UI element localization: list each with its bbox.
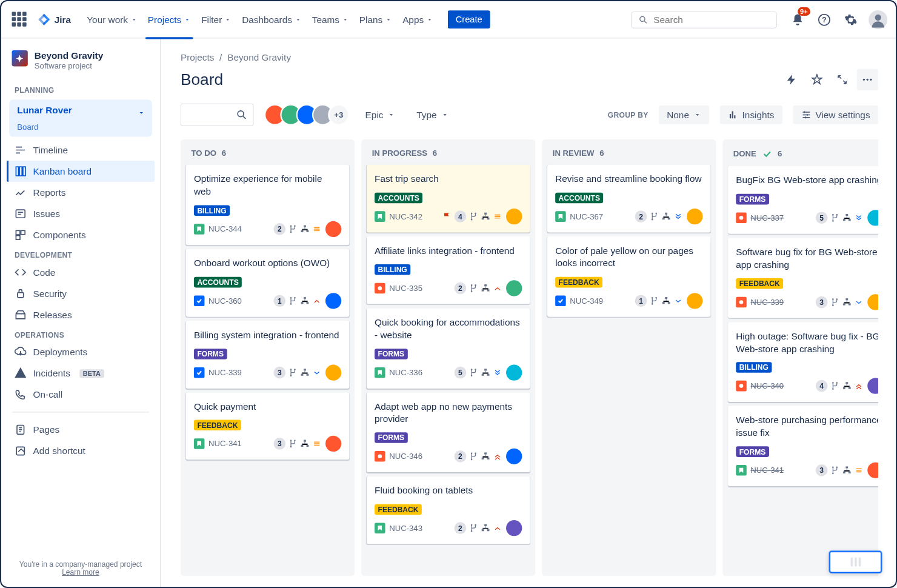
svg-rect-102 <box>849 303 851 305</box>
card[interactable]: Optimize experience for mobile webBILLIN… <box>186 165 350 245</box>
sidebar-item-pages[interactable]: Pages <box>7 419 155 440</box>
sidebar-item-kanban-board[interactable]: Kanban board <box>7 161 155 182</box>
sidebar-item-code[interactable]: Code <box>7 262 155 283</box>
card[interactable]: Billing system integration - frontendFOR… <box>186 321 350 389</box>
svg-rect-75 <box>482 529 484 531</box>
card[interactable]: BugFix BG Web-store app crashingFORMSNUC… <box>728 166 878 234</box>
assignee-avatar[interactable] <box>687 293 702 309</box>
nav-plans[interactable]: Plans <box>354 9 397 30</box>
svg-rect-61 <box>484 369 487 370</box>
search-input[interactable] <box>653 14 770 25</box>
sidebar-icon <box>15 424 27 436</box>
sidebar-item-timeline[interactable]: Timeline <box>7 139 155 161</box>
more-icon[interactable] <box>857 69 878 90</box>
epic-filter[interactable]: Epic <box>360 105 401 124</box>
sidebar-item-components[interactable]: Components <box>7 224 155 246</box>
nav-dashboards[interactable]: Dashboards <box>236 9 307 30</box>
nav-filter[interactable]: Filter <box>196 9 236 30</box>
fullscreen-icon[interactable] <box>832 69 853 90</box>
breadcrumb-project[interactable]: Beyond Gravity <box>227 52 291 62</box>
subtasks-icon <box>481 212 490 221</box>
assignee-avatar[interactable] <box>325 293 341 309</box>
card-title: Quick booking for accommodations - websi… <box>375 316 522 341</box>
notifications-icon[interactable]: 9+ <box>789 11 806 28</box>
card[interactable]: Fast trip searchACCOUNTSNUC-3424 <box>367 165 530 233</box>
branch-icon <box>650 296 659 305</box>
card[interactable]: Affiliate links integration - frontendBI… <box>367 236 530 304</box>
sidebar-board-selector[interactable]: Lunar Rover Board <box>9 99 152 136</box>
column-header[interactable]: TO DO6 <box>186 145 350 165</box>
learn-more-link[interactable]: Learn more <box>62 568 99 576</box>
svg-rect-81 <box>662 218 665 219</box>
group-by-button[interactable]: None <box>659 105 709 124</box>
column-header[interactable]: IN PROGRESS6 <box>367 145 530 165</box>
settings-icon[interactable] <box>842 11 859 28</box>
assignee-avatar[interactable] <box>325 364 341 380</box>
sidebar-item-security[interactable]: Security <box>7 283 155 304</box>
breadcrumb-projects[interactable]: Projects <box>181 52 214 62</box>
global-search[interactable] <box>631 11 777 28</box>
epic-badge: FORMS <box>736 194 769 205</box>
assignee-avatar[interactable] <box>506 520 522 536</box>
column-header[interactable]: DONE6 <box>728 145 878 166</box>
nav-your-work[interactable]: Your work <box>82 9 143 30</box>
sidebar-item-add-shortcut[interactable]: Add shortcut <box>7 440 155 461</box>
card[interactable]: Quick booking for accommodations - websi… <box>367 308 530 388</box>
svg-point-29 <box>290 303 292 305</box>
assignee-avatar[interactable] <box>867 294 878 310</box>
svg-rect-87 <box>662 302 665 304</box>
subtasks-icon <box>481 368 490 377</box>
card[interactable]: Software bug fix for BG Web-store app cr… <box>728 238 878 318</box>
sidebar-item-deployments[interactable]: Deployments <box>7 341 155 362</box>
assignee-avatar[interactable] <box>506 449 522 464</box>
card[interactable]: Adapt web app no new payments providerFO… <box>367 392 530 472</box>
view-settings-button[interactable]: View settings <box>793 105 878 124</box>
assignee-avatar[interactable] <box>867 378 878 394</box>
card[interactable]: Quick paymentFEEDBACKNUC-3413 <box>186 392 350 460</box>
project-header[interactable]: ✦ Beyond Gravity Software project <box>7 50 155 81</box>
assignee-avatar[interactable] <box>325 436 341 452</box>
card[interactable]: Onboard workout options (OWO)ACCOUNTSNUC… <box>186 249 350 317</box>
sidebar-item-on-call[interactable]: On-call <box>7 384 155 405</box>
priority-icon <box>312 224 321 233</box>
svg-point-78 <box>655 213 657 215</box>
card[interactable]: High outage: Software bug fix - BG Web-s… <box>728 322 878 402</box>
profile-avatar[interactable] <box>869 10 887 29</box>
branch-icon <box>830 297 839 306</box>
create-button[interactable]: Create <box>448 10 490 28</box>
issue-key: NUC-337 <box>750 213 784 222</box>
board-search[interactable] <box>181 104 254 126</box>
card[interactable]: Web-store purchasing performance issue f… <box>728 406 878 486</box>
card[interactable]: Fluid booking on tabletsFEEDBACKNUC-3432 <box>367 476 530 544</box>
card[interactable]: Revise and streamline booking flowACCOUN… <box>547 165 711 233</box>
jira-logo[interactable]: Jira <box>37 12 71 27</box>
assignee-avatar[interactable] <box>325 221 341 237</box>
assignee-avatars[interactable]: +3 <box>264 104 349 125</box>
assignee-avatar[interactable] <box>506 364 522 380</box>
help-icon[interactable]: ? <box>816 11 833 28</box>
star-icon[interactable] <box>806 69 827 90</box>
type-filter[interactable]: Type <box>411 105 454 124</box>
automation-icon[interactable] <box>781 69 802 90</box>
column-in-review: IN REVIEW6Revise and streamline booking … <box>542 139 716 576</box>
assignee-avatar[interactable] <box>506 280 522 296</box>
avatar-more[interactable]: +3 <box>328 104 349 125</box>
nav-projects[interactable]: Projects <box>142 9 196 30</box>
nav-teams[interactable]: Teams <box>307 9 354 30</box>
feedback-widget[interactable] <box>829 550 882 573</box>
sidebar-item-incidents[interactable]: IncidentsBETA <box>7 362 155 384</box>
insights-button[interactable]: Insights <box>719 105 782 124</box>
assignee-avatar[interactable] <box>506 209 522 224</box>
assignee-avatar[interactable] <box>867 463 878 478</box>
column-header[interactable]: IN REVIEW6 <box>547 145 711 165</box>
app-switcher-icon[interactable] <box>12 12 28 27</box>
sidebar-item-releases[interactable]: Releases <box>7 304 155 326</box>
nav-apps[interactable]: Apps <box>397 9 438 30</box>
assignee-avatar[interactable] <box>867 210 878 226</box>
sidebar-item-issues[interactable]: Issues <box>7 203 155 224</box>
assignee-avatar[interactable] <box>687 209 702 224</box>
sidebar-item-reports[interactable]: Reports <box>7 182 155 203</box>
chevron-down-icon <box>441 111 448 119</box>
sidebar-icon <box>15 165 27 178</box>
card[interactable]: Color of pale yellow on our pages looks … <box>547 236 711 316</box>
